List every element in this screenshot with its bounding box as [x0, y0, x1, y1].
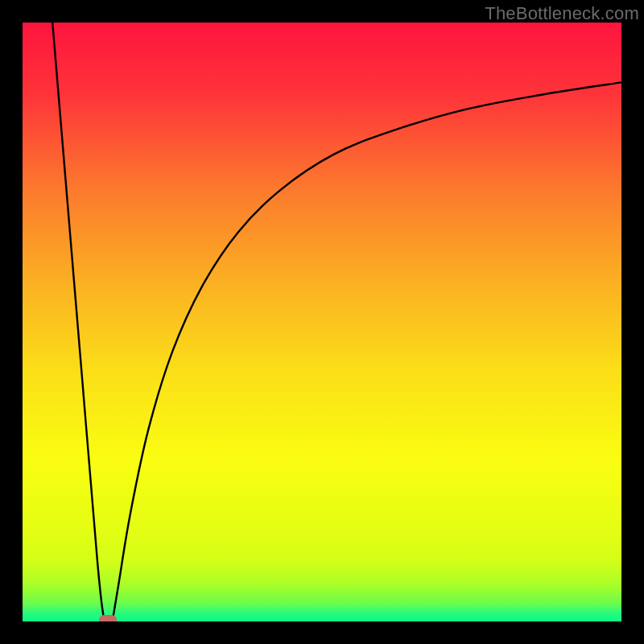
chart-root: TheBottleneck.com: [0, 0, 644, 644]
bottleneck-marker: [99, 615, 117, 621]
curve-layer: [23, 23, 621, 621]
series-right-curve: [113, 82, 621, 621]
watermark-text: TheBottleneck.com: [485, 3, 639, 24]
plot-area: [23, 23, 621, 621]
series-left-curve: [52, 23, 108, 621]
